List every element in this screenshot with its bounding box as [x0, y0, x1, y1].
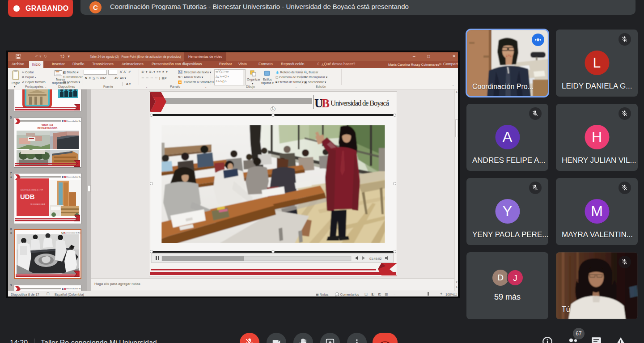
svg-text:INFRAESTRUCTURA: INFRAESTRUCTURA	[38, 127, 58, 129]
svg-text:SEDES UAB: SEDES UAB	[42, 124, 54, 127]
svg-text:SEGUNDA DECADA: SEGUNDA DECADA	[30, 203, 45, 205]
svg-text:Universidad de Boyacá: Universidad de Boyacá	[66, 120, 81, 122]
svg-text:Universidad de Boyacá: Universidad de Boyacá	[66, 288, 81, 290]
svg-text:01:49:02: 01:49:02	[369, 257, 381, 260]
svg-text:B: B	[322, 97, 330, 110]
svg-text:ESTA ES NUESTRA: ESTA ES NUESTRA	[21, 188, 43, 191]
svg-text:Universidad de Boyacá: Universidad de Boyacá	[66, 176, 81, 178]
svg-text:Universidad de Boyacá: Universidad de Boyacá	[66, 232, 80, 234]
svg-text:Universidad de Boyacá: Universidad de Boyacá	[330, 99, 390, 107]
svg-text:UDB: UDB	[20, 193, 35, 200]
